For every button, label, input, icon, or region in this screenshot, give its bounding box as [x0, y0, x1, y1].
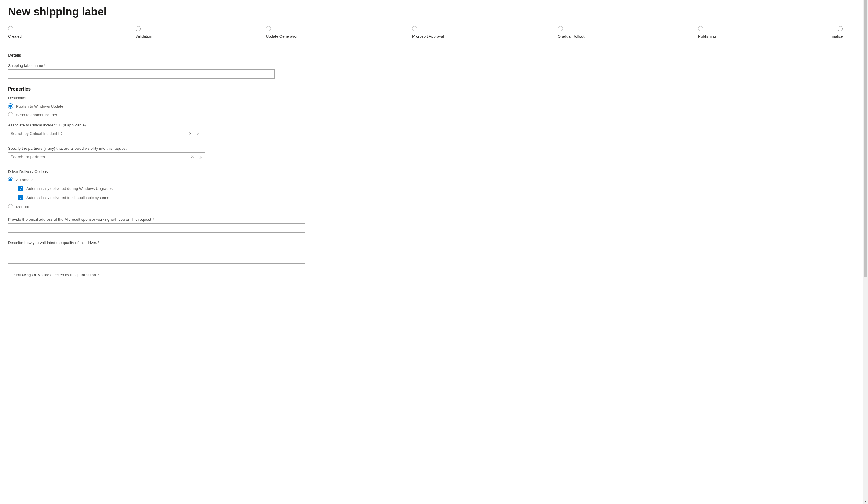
shipping-label-name-input[interactable] [8, 69, 275, 79]
radio-icon [8, 204, 13, 209]
step-label: Validation [136, 34, 152, 39]
clear-icon[interactable]: ✕ [190, 154, 195, 160]
step-label: Gradual Rollout [558, 34, 585, 39]
validation-description-input[interactable] [8, 247, 306, 264]
properties-heading: Properties [8, 86, 860, 92]
checkbox-label: Automatically delivered to all applicabl… [27, 196, 109, 200]
checkbox-label: Automatically delivered during Windows U… [27, 186, 113, 191]
step-label: Finalize [830, 34, 843, 39]
critical-incident-label: Associate to Critical Incident ID (If ap… [8, 123, 860, 127]
radio-icon [8, 177, 13, 182]
checkbox-auto-all-systems[interactable]: ✓ Automatically delivered to all applica… [18, 195, 860, 200]
vertical-scrollbar[interactable]: ▾ [863, 0, 868, 504]
progress-stepper: Created Validation Update Generation Mic… [8, 26, 843, 39]
radio-label: Send to another Partner [16, 113, 57, 117]
page-title: New shipping label [8, 6, 860, 18]
step-label: Publishing [698, 34, 716, 39]
radio-icon [8, 103, 13, 109]
partner-search-input[interactable] [8, 152, 205, 162]
radio-label: Publish to Windows Update [16, 104, 63, 109]
step-gradual-rollout: Gradual Rollout [558, 26, 585, 39]
step-circle-icon [698, 26, 703, 31]
checkbox-icon: ✓ [18, 186, 23, 191]
step-microsoft-approval: Microsoft Approval [412, 26, 444, 39]
critical-incident-search-input[interactable] [8, 129, 203, 138]
step-finalize: Finalize [830, 26, 843, 39]
step-label: Created [8, 34, 22, 39]
shipping-label-name-label: Shipping label name [8, 63, 860, 68]
step-circle-icon [136, 26, 141, 31]
destination-label: Destination [8, 96, 860, 100]
oems-affected-label: The following OEMs are affected by this … [8, 272, 860, 277]
checkbox-icon: ✓ [18, 195, 23, 200]
partner-visibility-label: Specify the partners (if any) that are a… [8, 146, 860, 151]
step-circle-icon [266, 26, 271, 31]
radio-label: Manual [16, 205, 29, 209]
sponsor-email-input[interactable] [8, 223, 306, 233]
sponsor-email-label: Provide the email address of the Microso… [8, 217, 860, 222]
tab-row: Details [8, 53, 860, 59]
radio-send-another-partner[interactable]: Send to another Partner [8, 112, 860, 117]
scrollbar-thumb[interactable] [864, 0, 867, 277]
tab-details[interactable]: Details [8, 53, 21, 59]
step-update-generation: Update Generation [266, 26, 298, 39]
validation-description-label: Describe how you validated the quality o… [8, 240, 860, 245]
radio-manual[interactable]: Manual [8, 204, 860, 209]
step-circle-icon [412, 26, 417, 31]
step-circle-icon [558, 26, 563, 31]
radio-publish-windows-update[interactable]: Publish to Windows Update [8, 103, 860, 109]
oems-affected-input[interactable] [8, 279, 306, 288]
radio-icon [8, 112, 13, 117]
step-validation: Validation [136, 26, 152, 39]
checkbox-auto-windows-upgrades[interactable]: ✓ Automatically delivered during Windows… [18, 186, 860, 191]
step-circle-icon [838, 26, 843, 31]
chevron-down-icon[interactable]: ▾ [863, 499, 868, 503]
step-created: Created [8, 26, 22, 39]
search-icon[interactable]: ⌕ [195, 131, 201, 136]
step-label: Microsoft Approval [412, 34, 444, 39]
search-icon[interactable]: ⌕ [198, 154, 204, 160]
step-label: Update Generation [266, 34, 298, 39]
step-circle-icon [8, 26, 13, 31]
radio-automatic[interactable]: Automatic [8, 177, 860, 182]
radio-label: Automatic [16, 178, 33, 182]
step-publishing: Publishing [698, 26, 716, 39]
clear-icon[interactable]: ✕ [187, 131, 193, 136]
driver-delivery-options-label: Driver Delivery Options [8, 169, 860, 174]
